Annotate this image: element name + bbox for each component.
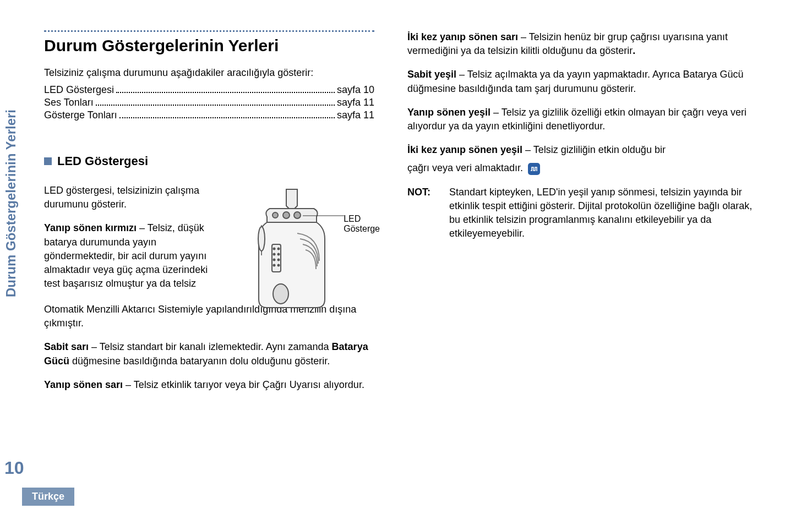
- sub-heading-text: LED Göstergesi: [57, 154, 148, 168]
- led-intro: LED göstergesi, telsizinizin çalışma dur…: [44, 184, 226, 211]
- toc-page: sayfa 11: [337, 110, 374, 121]
- digital-wave-icon: [528, 163, 540, 175]
- svg-point-15: [258, 227, 265, 251]
- toc-page: sayfa 11: [337, 97, 374, 108]
- footer-language: Türkçe: [22, 488, 74, 506]
- label-solid-yellow: Sabit sarı: [44, 341, 89, 352]
- svg-point-3: [273, 284, 288, 304]
- led-text-block: LED göstergesi, telsizinizin çalışma dur…: [44, 184, 226, 300]
- body-solid-yellow-1: – Telsiz standart bir kanalı izlemektedi…: [89, 341, 332, 352]
- svg-point-6: [278, 248, 280, 250]
- note-block: NOT: Standart kipteyken, LED'in yeşil ya…: [407, 185, 760, 241]
- toc-dots: [119, 117, 335, 118]
- toc-row: Gösterge Tonları sayfa 11: [44, 110, 374, 121]
- page-number: 10: [4, 458, 24, 478]
- section-rule: [44, 30, 374, 32]
- sidebar-vertical-title: Durum Göstergelerinin Yerleri: [3, 110, 19, 297]
- body-solid-green: – Telsiz açılmakta ya da yayın yapmaktad…: [407, 69, 744, 94]
- svg-point-12: [278, 265, 280, 266]
- body-dbl-green-1: – Telsiz gizliliğin etkin olduğu bir: [522, 144, 666, 155]
- note-body: Standart kipteyken, LED'in yeşil yanıp s…: [449, 185, 760, 241]
- radio-svg-icon: [237, 184, 347, 310]
- toc-dots: [96, 105, 335, 106]
- para-dbl-green-1: İki kez yanıp sönen yeşil – Telsiz gizli…: [407, 143, 760, 157]
- label-dbl-yellow: İki kez yanıp sönen sarı: [407, 31, 518, 42]
- label-blink-yellow: Yanıp sönen sarı: [44, 379, 123, 390]
- toc-row: Ses Tonları sayfa 11: [44, 97, 374, 108]
- para-blink-yellow: Yanıp sönen sarı – Telsiz etkinlik tarıy…: [44, 378, 374, 392]
- toc-label: Ses Tonları: [44, 97, 94, 108]
- toc-row: LED Göstergesi sayfa 10: [44, 84, 374, 96]
- main-heading: Durum Göstergelerinin Yerleri: [44, 36, 374, 55]
- end-dbl-yellow: .: [633, 45, 635, 56]
- radio-illustration: LED Gösterge: [237, 184, 374, 313]
- svg-point-11: [274, 265, 275, 266]
- toc-label: LED Göstergesi: [44, 84, 114, 96]
- body-solid-yellow-3: düğmesine basıldığında bataryanın dolu o…: [69, 356, 330, 367]
- svg-point-8: [278, 254, 280, 255]
- para-dbl-yellow: İki kez yanıp sönen sarı – Telsizin henü…: [407, 30, 760, 58]
- para-dbl-green-2: çağrı veya veri almaktadır.: [407, 161, 760, 175]
- para-solid-yellow: Sabit sarı – Telsiz standart bir kanalı …: [44, 340, 374, 368]
- led-callout: LED Gösterge: [344, 214, 380, 233]
- svg-point-9: [274, 259, 275, 261]
- label-blink-green: Yanıp sönen yeşil: [407, 107, 491, 118]
- main-content: Durum Göstergelerinin Yerleri Telsiziniz…: [44, 30, 787, 402]
- body-blink-yellow: – Telsiz etkinlik tarıyor veya bir Çağrı…: [123, 379, 364, 390]
- svg-point-10: [278, 259, 280, 261]
- toc-page: sayfa 10: [337, 84, 374, 96]
- callout-line2: Gösterge: [344, 224, 380, 233]
- note-label: NOT:: [407, 185, 434, 241]
- body-dbl-green-2: çağrı veya veri almaktadır.: [407, 162, 523, 173]
- right-column: İki kez yanıp sönen sarı – Telsizin henü…: [407, 30, 760, 402]
- toc-dots: [116, 92, 335, 93]
- label-dbl-green: İki kez yanıp sönen yeşil: [407, 144, 522, 155]
- toc-label: Gösterge Tonları: [44, 110, 117, 121]
- left-column: Durum Göstergelerinin Yerleri Telsiziniz…: [44, 30, 374, 402]
- intro-text: Telsiziniz çalışma durumunu aşağıdakiler…: [44, 67, 374, 79]
- sub-heading: LED Göstergesi: [44, 154, 374, 168]
- sidebar: Durum Göstergelerinin Yerleri 10: [0, 0, 28, 525]
- svg-point-7: [274, 254, 275, 255]
- callout-line1: LED: [344, 214, 361, 223]
- para-solid-green: Sabit yeşil – Telsiz açılmakta ya da yay…: [407, 68, 760, 95]
- heading-bullet-icon: [44, 157, 52, 165]
- label-blink-red: Yanıp sönen kırmızı: [44, 222, 137, 233]
- label-solid-green: Sabit yeşil: [407, 69, 456, 80]
- para-blink-green: Yanıp sönen yeşil – Telsiz ya gizlilik ö…: [407, 106, 760, 133]
- svg-point-2: [273, 212, 278, 218]
- para-blink-red: Yanıp sönen kırmızı – Telsiz, düşük bata…: [44, 221, 226, 291]
- svg-point-5: [274, 248, 275, 250]
- led-section: LED göstergesi, telsizinizin çalışma dur…: [44, 184, 374, 313]
- svg-point-1: [283, 212, 290, 218]
- svg-point-0: [294, 212, 301, 218]
